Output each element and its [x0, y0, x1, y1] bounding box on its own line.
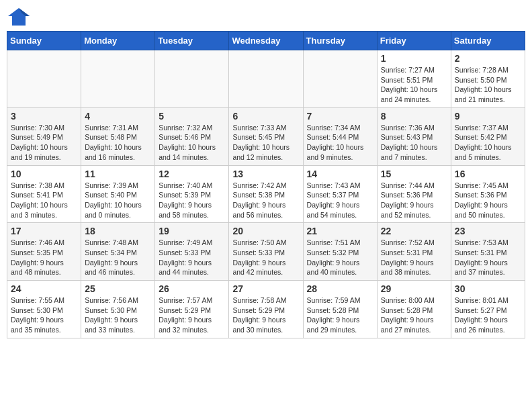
calendar-day: 10Sunrise: 7:38 AM Sunset: 5:41 PM Dayli…	[7, 165, 81, 223]
day-info: Sunrise: 7:40 AM Sunset: 5:39 PM Dayligh…	[159, 181, 225, 220]
day-number: 7	[307, 111, 373, 122]
calendar-day: 17Sunrise: 7:46 AM Sunset: 5:35 PM Dayli…	[7, 223, 81, 281]
calendar-day: 27Sunrise: 7:58 AM Sunset: 5:29 PM Dayli…	[229, 281, 303, 338]
svg-marker-0	[8, 8, 30, 26]
calendar-day: 18Sunrise: 7:48 AM Sunset: 5:34 PM Dayli…	[81, 223, 155, 281]
day-info: Sunrise: 7:51 AM Sunset: 5:32 PM Dayligh…	[307, 238, 373, 277]
calendar-day: 1Sunrise: 7:27 AM Sunset: 5:51 PM Daylig…	[377, 50, 451, 108]
day-info: Sunrise: 7:46 AM Sunset: 5:35 PM Dayligh…	[11, 238, 77, 277]
calendar-day: 13Sunrise: 7:42 AM Sunset: 5:38 PM Dayli…	[229, 165, 303, 223]
calendar-week-2: 3Sunrise: 7:30 AM Sunset: 5:49 PM Daylig…	[7, 107, 525, 165]
day-info: Sunrise: 8:01 AM Sunset: 5:27 PM Dayligh…	[455, 295, 521, 335]
logo	[7, 7, 34, 27]
day-number: 25	[85, 283, 151, 294]
day-info: Sunrise: 7:45 AM Sunset: 5:36 PM Dayligh…	[455, 181, 521, 220]
day-header-friday: Friday	[377, 32, 451, 50]
day-info: Sunrise: 7:50 AM Sunset: 5:33 PM Dayligh…	[232, 238, 299, 277]
logo-icon	[7, 7, 31, 27]
day-number: 8	[381, 111, 447, 122]
day-info: Sunrise: 7:59 AM Sunset: 5:28 PM Dayligh…	[307, 295, 373, 335]
calendar-day: 5Sunrise: 7:32 AM Sunset: 5:46 PM Daylig…	[155, 107, 229, 165]
day-info: Sunrise: 7:57 AM Sunset: 5:29 PM Dayligh…	[159, 295, 225, 335]
day-number: 26	[159, 283, 225, 294]
day-info: Sunrise: 7:34 AM Sunset: 5:44 PM Dayligh…	[307, 123, 373, 163]
day-info: Sunrise: 7:58 AM Sunset: 5:29 PM Dayligh…	[232, 295, 299, 335]
calendar-week-1: 1Sunrise: 7:27 AM Sunset: 5:51 PM Daylig…	[7, 50, 525, 108]
day-number: 23	[455, 226, 521, 236]
day-number: 20	[232, 226, 299, 236]
calendar-day: 16Sunrise: 7:45 AM Sunset: 5:36 PM Dayli…	[451, 165, 525, 223]
day-number: 28	[307, 283, 373, 294]
calendar-day: 28Sunrise: 7:59 AM Sunset: 5:28 PM Dayli…	[303, 281, 377, 338]
calendar-day	[229, 50, 303, 108]
day-info: Sunrise: 8:00 AM Sunset: 5:28 PM Dayligh…	[381, 295, 447, 335]
day-info: Sunrise: 7:48 AM Sunset: 5:34 PM Dayligh…	[85, 238, 151, 277]
calendar-day	[155, 50, 229, 108]
day-number: 21	[307, 226, 373, 236]
day-number: 19	[159, 226, 225, 236]
calendar-day: 25Sunrise: 7:56 AM Sunset: 5:30 PM Dayli…	[81, 281, 155, 338]
day-number: 27	[232, 283, 299, 294]
day-info: Sunrise: 7:43 AM Sunset: 5:37 PM Dayligh…	[307, 181, 373, 220]
day-number: 24	[11, 283, 77, 294]
day-number: 6	[232, 111, 299, 122]
day-info: Sunrise: 7:28 AM Sunset: 5:50 PM Dayligh…	[455, 65, 521, 105]
day-number: 18	[85, 226, 151, 236]
day-header-saturday: Saturday	[451, 32, 525, 50]
day-info: Sunrise: 7:31 AM Sunset: 5:48 PM Dayligh…	[85, 123, 151, 163]
day-number: 29	[381, 283, 447, 294]
day-number: 12	[159, 169, 225, 179]
day-number: 10	[11, 169, 77, 179]
calendar-day	[7, 50, 81, 108]
day-number: 15	[381, 169, 447, 179]
calendar-day: 12Sunrise: 7:40 AM Sunset: 5:39 PM Dayli…	[155, 165, 229, 223]
day-header-tuesday: Tuesday	[155, 32, 229, 50]
day-number: 11	[85, 169, 151, 179]
day-info: Sunrise: 7:32 AM Sunset: 5:46 PM Dayligh…	[159, 123, 225, 163]
day-header-wednesday: Wednesday	[229, 32, 303, 50]
calendar-day	[303, 50, 377, 108]
calendar-week-5: 24Sunrise: 7:55 AM Sunset: 5:30 PM Dayli…	[7, 281, 525, 338]
day-info: Sunrise: 7:33 AM Sunset: 5:45 PM Dayligh…	[232, 123, 299, 163]
day-info: Sunrise: 7:42 AM Sunset: 5:38 PM Dayligh…	[232, 181, 299, 220]
calendar-day: 19Sunrise: 7:49 AM Sunset: 5:33 PM Dayli…	[155, 223, 229, 281]
day-number: 16	[455, 169, 521, 179]
day-number: 2	[455, 53, 521, 64]
calendar-day: 2Sunrise: 7:28 AM Sunset: 5:50 PM Daylig…	[451, 50, 525, 108]
calendar-day: 9Sunrise: 7:37 AM Sunset: 5:42 PM Daylig…	[451, 107, 525, 165]
calendar-week-3: 10Sunrise: 7:38 AM Sunset: 5:41 PM Dayli…	[7, 165, 525, 223]
day-header-monday: Monday	[81, 32, 155, 50]
calendar-day: 14Sunrise: 7:43 AM Sunset: 5:37 PM Dayli…	[303, 165, 377, 223]
calendar-header-row: SundayMondayTuesdayWednesdayThursdayFrid…	[7, 32, 525, 50]
calendar-day: 23Sunrise: 7:53 AM Sunset: 5:31 PM Dayli…	[451, 223, 525, 281]
calendar-day: 22Sunrise: 7:52 AM Sunset: 5:31 PM Dayli…	[377, 223, 451, 281]
day-number: 30	[455, 283, 521, 294]
day-number: 14	[307, 169, 373, 179]
calendar-day: 20Sunrise: 7:50 AM Sunset: 5:33 PM Dayli…	[229, 223, 303, 281]
calendar-day: 30Sunrise: 8:01 AM Sunset: 5:27 PM Dayli…	[451, 281, 525, 338]
day-number: 5	[159, 111, 225, 122]
calendar-day: 29Sunrise: 8:00 AM Sunset: 5:28 PM Dayli…	[377, 281, 451, 338]
calendar-week-4: 17Sunrise: 7:46 AM Sunset: 5:35 PM Dayli…	[7, 223, 525, 281]
calendar-day: 24Sunrise: 7:55 AM Sunset: 5:30 PM Dayli…	[7, 281, 81, 338]
day-info: Sunrise: 7:52 AM Sunset: 5:31 PM Dayligh…	[381, 238, 447, 277]
day-number: 13	[232, 169, 299, 179]
calendar-day: 21Sunrise: 7:51 AM Sunset: 5:32 PM Dayli…	[303, 223, 377, 281]
calendar-day: 6Sunrise: 7:33 AM Sunset: 5:45 PM Daylig…	[229, 107, 303, 165]
day-number: 17	[11, 226, 77, 236]
day-number: 22	[381, 226, 447, 236]
day-info: Sunrise: 7:36 AM Sunset: 5:43 PM Dayligh…	[381, 123, 447, 163]
day-number: 1	[381, 53, 447, 64]
day-info: Sunrise: 7:39 AM Sunset: 5:40 PM Dayligh…	[85, 181, 151, 220]
day-header-thursday: Thursday	[303, 32, 377, 50]
day-info: Sunrise: 7:27 AM Sunset: 5:51 PM Dayligh…	[381, 65, 447, 105]
calendar-day: 3Sunrise: 7:30 AM Sunset: 5:49 PM Daylig…	[7, 107, 81, 165]
day-header-sunday: Sunday	[7, 32, 81, 50]
day-number: 9	[455, 111, 521, 122]
calendar-day: 7Sunrise: 7:34 AM Sunset: 5:44 PM Daylig…	[303, 107, 377, 165]
header	[7, 7, 525, 27]
calendar-day: 11Sunrise: 7:39 AM Sunset: 5:40 PM Dayli…	[81, 165, 155, 223]
calendar-day: 15Sunrise: 7:44 AM Sunset: 5:36 PM Dayli…	[377, 165, 451, 223]
calendar-day: 26Sunrise: 7:57 AM Sunset: 5:29 PM Dayli…	[155, 281, 229, 338]
calendar-day: 4Sunrise: 7:31 AM Sunset: 5:48 PM Daylig…	[81, 107, 155, 165]
